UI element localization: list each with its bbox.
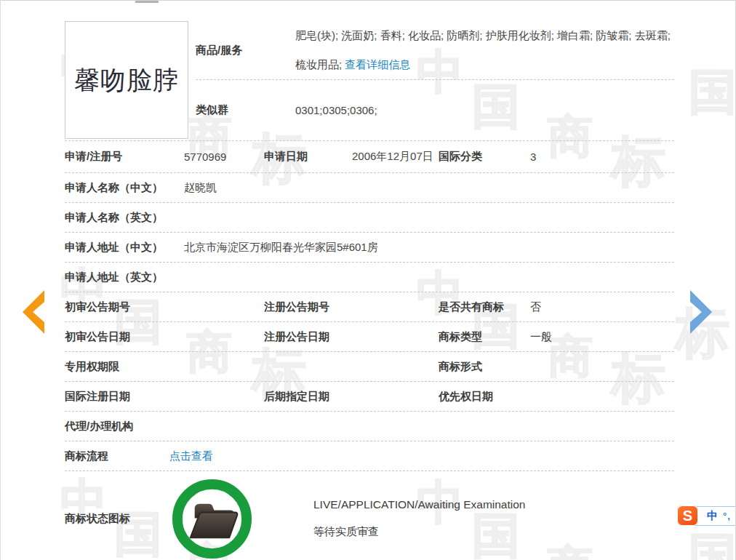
row-applicant-address-en: 申请人地址（英文） [65, 263, 674, 292]
label-registration-gazette-no: 注册公告期号 [264, 300, 352, 314]
goods-services-row: 商品/服务 肥皂(块); 洗面奶; 香料; 化妆品; 防晒剂; 护肤用化妆剂; … [196, 21, 674, 79]
label-app-reg-number: 申请/注册号 [65, 150, 184, 164]
label-trademark-process: 商标流程 [65, 449, 184, 463]
left-arrow-icon [17, 289, 46, 335]
label-shared-trademark: 是否共有商标 [439, 300, 530, 314]
label-applicant-address-cn: 申请人地址（中文） [65, 241, 184, 255]
label-international-reg-date: 国际注册日期 [65, 390, 184, 404]
value-applicant-name-cn: 赵晓凯 [184, 181, 674, 195]
label-applicant-name-cn: 申请人名称（中文） [65, 181, 184, 195]
similar-group-row: 类似群 0301;0305;0306; [196, 80, 674, 140]
sogou-logo-icon[interactable]: S [677, 505, 698, 526]
prev-record-button[interactable] [17, 289, 46, 335]
next-record-button[interactable] [689, 289, 718, 335]
status-line-en: LIVE/APPLICATION/Awaiting Examination [313, 498, 674, 511]
status-line-cn: 等待实质审查 [313, 525, 674, 539]
value-applicant-address-cn: 北京市海淀区万柳阳春光华家园5#601房 [184, 241, 674, 255]
label-agency: 代理/办理机构 [65, 420, 184, 433]
trademark-image-text: 馨吻脸脖 [74, 63, 179, 97]
row-agency: 代理/办理机构 [65, 412, 674, 441]
label-applicant-name-en: 申请人名称（英文） [65, 211, 184, 225]
row-applicant-name-cn: 申请人名称（中文） 赵晓凯 [65, 173, 674, 203]
label-application-date: 申请日期 [264, 150, 352, 164]
goods-services-value: 肥皂(块); 洗面奶; 香料; 化妆品; 防晒剂; 护肤用化妆剂; 增白霜; 防… [295, 21, 674, 79]
row-gazette-dates: 初审公告日期 注册公告日期 商标类型 一般 [65, 322, 674, 352]
label-registration-gazette-date: 注册公告日期 [264, 330, 352, 344]
similar-group-label: 类似群 [196, 103, 295, 117]
value-international-class: 3 [530, 151, 674, 163]
row-trademark-process: 商标流程 点击查看 [65, 441, 674, 471]
value-shared-trademark: 否 [530, 300, 674, 314]
row-applicant-name-en: 申请人名称（英文） [65, 203, 674, 233]
value-app-reg-number: 5770969 [184, 151, 264, 163]
label-trademark-status: 商标状态图标 [65, 512, 170, 526]
value-trademark-type: 一般 [530, 330, 674, 344]
ime-punctuation-button[interactable]: °, [723, 511, 731, 521]
right-arrow-icon [689, 289, 718, 335]
ime-status-bar[interactable]: S 中 °, ☺ [683, 506, 736, 526]
trademark-image: 馨吻脸脖 [65, 21, 188, 139]
status-texts: LIVE/APPLICATION/Awaiting Examination 等待… [313, 498, 674, 539]
row-exclusive-period: 专用权期限 商标形式 [65, 352, 674, 382]
label-trademark-type: 商标类型 [439, 330, 530, 344]
top-edge-artifact [135, 1, 159, 3]
label-preliminary-gazette-no: 初审公告期号 [65, 300, 184, 314]
label-preliminary-gazette-date: 初审公告日期 [65, 330, 184, 344]
ime-language-mode-button[interactable]: 中 [707, 509, 718, 523]
label-exclusive-right-period: 专用权期限 [65, 360, 184, 374]
similar-group-value: 0301;0305;0306; [295, 104, 674, 116]
label-priority-date: 优先权日期 [439, 390, 530, 404]
goods-services-label: 商品/服务 [196, 44, 295, 57]
trademark-detail-page: 中国商标中国商标国中国商标中国商标标中国商中国商国 馨吻脸脖 商品/服务 肥皂(… [0, 0, 736, 560]
label-later-designation-date: 后期指定日期 [264, 390, 352, 404]
process-view-link[interactable]: 点击查看 [169, 449, 213, 462]
open-folder-status-icon [170, 477, 254, 560]
label-applicant-address-en: 申请人地址（英文） [65, 271, 184, 284]
value-application-date: 2006年12月07日 [352, 150, 439, 164]
row-gazette-numbers: 初审公告期号 注册公告期号 是否共有商标 否 [65, 292, 674, 322]
trademark-detail-content: 馨吻脸脖 商品/服务 肥皂(块); 洗面奶; 香料; 化妆品; 防晒剂; 护肤用… [1, 1, 735, 560]
view-details-link[interactable]: 查看详细信息 [345, 58, 410, 71]
label-trademark-form: 商标形式 [439, 360, 530, 374]
top-section: 馨吻脸脖 商品/服务 肥皂(块); 洗面奶; 香料; 化妆品; 防晒剂; 护肤用… [65, 21, 674, 140]
row-applicant-address-cn: 申请人地址（中文） 北京市海淀区万柳阳春光华家园5#601房 [65, 233, 674, 263]
row-registration: 申请/注册号 5770969 申请日期 2006年12月07日 国际分类 3 [65, 141, 674, 173]
top-right-fields: 商品/服务 肥皂(块); 洗面奶; 香料; 化妆品; 防晒剂; 护肤用化妆剂; … [196, 21, 674, 140]
row-trademark-status: 商标状态图标 LIVE/APPLICATION/Awaiting Ex [65, 471, 674, 560]
row-international-dates: 国际注册日期 后期指定日期 优先权日期 [65, 382, 674, 412]
label-international-class: 国际分类 [439, 150, 530, 164]
